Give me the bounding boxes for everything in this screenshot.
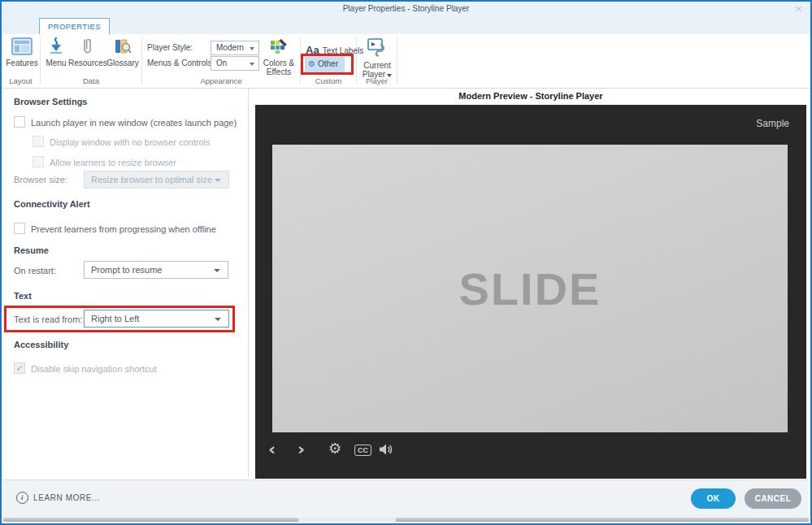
player-properties-dialog: Player Properties - Storyline Player × P… bbox=[0, 0, 812, 525]
footer-bar: i LEARN MORE... OK CANCEL bbox=[3, 479, 809, 519]
player-style-select[interactable]: Modern bbox=[211, 41, 259, 55]
layout-group-label: Layout bbox=[2, 76, 40, 85]
appearance-group-label: Appearance bbox=[142, 76, 300, 85]
menu-button[interactable]: Menu bbox=[44, 37, 68, 67]
paperclip-icon bbox=[80, 48, 94, 57]
browser-size-select: Resize browser to optimal size bbox=[84, 171, 229, 189]
group-separator bbox=[397, 37, 397, 85]
prevent-offline-label: Prevent learners from progressing when o… bbox=[31, 224, 216, 234]
tab-properties[interactable]: PROPERTIES bbox=[39, 18, 110, 34]
player-preview-frame: Sample SLIDE ‹ › ⚙ CC bbox=[255, 105, 806, 479]
on-restart-value: Prompt to resume bbox=[91, 265, 162, 275]
launch-new-window-checkbox[interactable] bbox=[14, 116, 25, 128]
text-read-from-value: Right to Left bbox=[91, 314, 139, 323]
close-icon[interactable]: × bbox=[794, 2, 803, 15]
features-label: Features bbox=[5, 59, 39, 67]
text-read-from-label: Text is read from: bbox=[14, 315, 82, 324]
settings-panel: Browser Settings Launch player in new wi… bbox=[3, 89, 248, 476]
volume-icon[interactable] bbox=[379, 443, 393, 459]
features-button[interactable]: Features bbox=[5, 37, 39, 67]
disable-skip-nav-checkbox: ✓ bbox=[14, 362, 25, 374]
text-read-from-select[interactable]: Right to Left bbox=[84, 310, 229, 328]
slide-area: SLIDE bbox=[272, 145, 788, 432]
connectivity-heading: Connectivity Alert bbox=[14, 199, 90, 209]
learn-more-link[interactable]: i LEARN MORE... bbox=[16, 492, 100, 504]
ribbon: Features Layout Menu Resources bbox=[2, 34, 810, 89]
player-group-label: Player bbox=[357, 76, 397, 85]
on-restart-select[interactable]: Prompt to resume bbox=[84, 261, 228, 279]
scrollbar-thumb[interactable] bbox=[298, 518, 396, 522]
glossary-button[interactable]: Glossary bbox=[106, 37, 140, 67]
previous-slide-icon[interactable]: ‹ bbox=[268, 440, 276, 458]
cancel-button[interactable]: CANCEL bbox=[745, 488, 801, 509]
title-bar: Player Properties - Storyline Player × bbox=[2, 2, 810, 17]
current-player-button[interactable]: Current Player bbox=[358, 37, 396, 79]
no-browser-controls-label: Display window with no browser controls bbox=[50, 137, 210, 147]
info-icon: i bbox=[16, 492, 28, 504]
menu-label: Menu bbox=[44, 59, 68, 67]
custom-group-label: Custom bbox=[301, 76, 356, 85]
menu-icon bbox=[48, 48, 64, 57]
window-title: Player Properties - Storyline Player bbox=[2, 4, 810, 13]
prevent-offline-checkbox[interactable] bbox=[14, 223, 25, 234]
launch-new-window-label: Launch player in new window (creates lau… bbox=[31, 118, 237, 128]
chevron-down-icon bbox=[215, 179, 221, 182]
other-annotation-redbox bbox=[301, 54, 354, 75]
panel-divider bbox=[248, 89, 249, 476]
resources-button[interactable]: Resources bbox=[68, 37, 106, 67]
accessibility-heading: Accessibility bbox=[14, 340, 68, 349]
closed-captions-icon[interactable]: CC bbox=[354, 445, 371, 456]
colors-effects-icon bbox=[269, 48, 289, 57]
menus-controls-select[interactable]: On bbox=[211, 56, 259, 71]
resize-browser-checkbox bbox=[33, 156, 44, 167]
browser-size-value: Resize browser to optimal size bbox=[91, 175, 212, 184]
data-group-label: Data bbox=[41, 76, 141, 85]
preview-title: Modern Preview - Storyline Player bbox=[255, 91, 806, 101]
player-style-value: Modern bbox=[216, 43, 244, 52]
sample-label: Sample bbox=[756, 118, 789, 129]
browser-settings-heading: Browser Settings bbox=[14, 97, 87, 106]
chevron-down-icon bbox=[215, 318, 221, 321]
resources-label: Resources bbox=[68, 59, 106, 67]
on-restart-label: On restart: bbox=[14, 266, 56, 276]
colors-effects-button[interactable]: Colors & Effects bbox=[260, 37, 297, 76]
glossary-label: Glossary bbox=[106, 59, 140, 67]
learn-more-label: LEARN MORE... bbox=[33, 493, 100, 502]
chevron-down-icon bbox=[250, 47, 254, 50]
current-player-icon bbox=[367, 50, 388, 59]
resume-heading: Resume bbox=[14, 245, 49, 255]
text-heading: Text bbox=[14, 291, 32, 301]
menus-controls-label: Menus & Controls: bbox=[147, 59, 214, 67]
disable-skip-nav-label: Disable skip navigation shortcut bbox=[31, 364, 157, 374]
next-slide-icon[interactable]: › bbox=[297, 440, 305, 458]
features-icon bbox=[11, 48, 33, 57]
browser-size-label: Browser size: bbox=[14, 175, 67, 184]
horizontal-scrollbar[interactable] bbox=[3, 518, 809, 522]
slide-placeholder-text: SLIDE bbox=[459, 262, 601, 315]
resize-browser-label: Allow learners to resize browser bbox=[50, 158, 176, 167]
colors-effects-label: Colors & Effects bbox=[260, 59, 297, 76]
menus-controls-value: On bbox=[216, 59, 227, 67]
player-style-label: Player Style: bbox=[147, 43, 193, 52]
settings-gear-icon[interactable]: ⚙ bbox=[328, 440, 341, 457]
no-browser-controls-checkbox bbox=[33, 136, 44, 147]
chevron-down-icon bbox=[214, 269, 220, 272]
chevron-down-icon bbox=[250, 63, 254, 66]
ok-button[interactable]: OK bbox=[691, 488, 736, 509]
glossary-icon bbox=[113, 48, 132, 57]
tab-strip: PROPERTIES bbox=[2, 17, 810, 34]
